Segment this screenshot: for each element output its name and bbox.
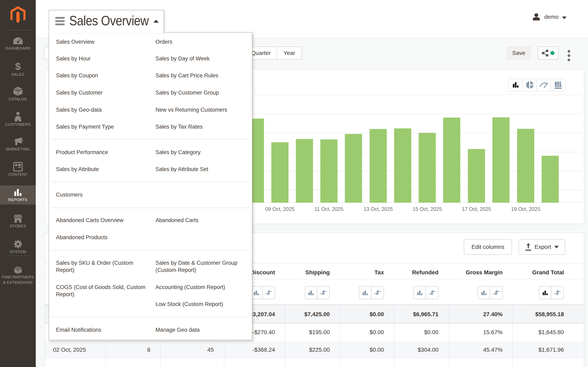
svg-text:$: $ xyxy=(15,61,21,71)
